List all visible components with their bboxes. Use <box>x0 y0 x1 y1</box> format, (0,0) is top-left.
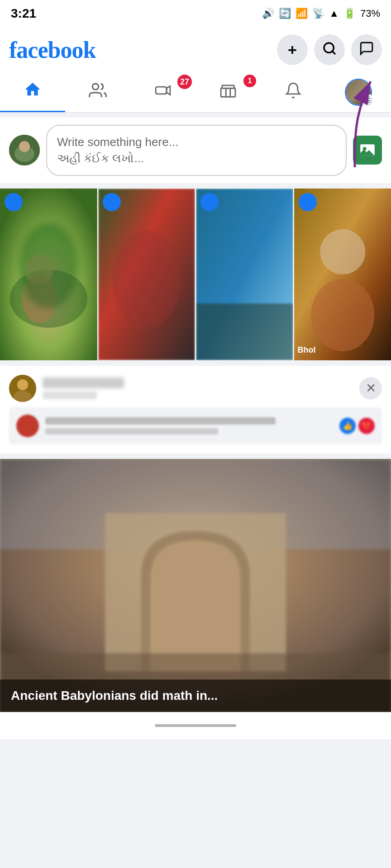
post-input-placeholder: Write something here... અહીં કંઈક લખો... <box>57 134 336 167</box>
like-reaction: 👍 <box>339 418 356 434</box>
post-avatar-img <box>9 135 40 165</box>
story-bg-4 <box>294 189 391 360</box>
svg-point-14 <box>24 255 53 284</box>
home-icon <box>24 80 42 103</box>
home-indicator <box>155 724 236 727</box>
story-bg-1 <box>0 189 97 360</box>
marketplace-badge: 1 <box>243 75 256 87</box>
search-button[interactable] <box>314 34 345 65</box>
stories-grid: Bhol <box>0 189 391 360</box>
post-header: ✕ <box>9 375 382 402</box>
bell-icon <box>285 82 302 103</box>
svg-point-17 <box>113 231 181 327</box>
add-button[interactable]: + <box>277 34 308 65</box>
post-username <box>43 377 124 388</box>
messenger-button[interactable] <box>351 34 382 65</box>
post-input[interactable]: Write something here... અહીં કંઈક લખો... <box>46 125 347 176</box>
large-post-visual <box>0 459 391 712</box>
large-post-caption-text: Ancient Babylonians did math in... <box>11 689 218 703</box>
video-icon <box>154 82 172 103</box>
friends-icon <box>89 81 107 104</box>
header-actions: + <box>277 34 382 65</box>
content-line-1 <box>45 417 276 425</box>
svg-point-2 <box>92 84 98 90</box>
facebook-logo: facebook <box>9 37 95 63</box>
svg-point-13 <box>10 269 87 328</box>
story-bg-3 <box>196 189 293 360</box>
nav-item-home[interactable] <box>0 72 65 112</box>
story-card-3[interactable] <box>196 189 294 360</box>
sync-icon: 🔄 <box>279 8 291 19</box>
post-reactions: 👍 ❤️ <box>339 418 375 434</box>
network-icon: ▲ <box>329 8 339 19</box>
post-content-blurred: 👍 ❤️ <box>9 407 382 444</box>
story3-avatar <box>200 193 219 211</box>
signal2-icon: 📶 <box>296 8 308 19</box>
header: facebook + <box>0 27 391 72</box>
svg-point-11 <box>363 147 367 151</box>
marketplace-icon <box>219 82 237 103</box>
story-bg-2 <box>98 189 196 360</box>
post-content-icon <box>16 415 39 437</box>
svg-marker-4 <box>167 86 170 94</box>
status-bar: 3:21 🔊 🔄 📶 📡 ▲ 🔋 73% <box>0 0 391 27</box>
battery-text: 73% <box>360 8 380 19</box>
post-photo-button[interactable] <box>353 136 382 165</box>
svg-point-22 <box>311 279 374 351</box>
nav-item-friends[interactable] <box>65 72 130 112</box>
story-card-2[interactable] <box>98 189 196 360</box>
story4-avatar <box>299 193 317 211</box>
home-indicator-bar <box>0 712 391 739</box>
story2-avatar <box>103 193 121 211</box>
status-time: 3:21 <box>11 6 36 21</box>
svg-point-9 <box>19 141 30 152</box>
svg-rect-5 <box>221 88 235 97</box>
svg-rect-12 <box>0 189 97 360</box>
add-icon: + <box>288 41 297 59</box>
messenger-icon <box>359 41 374 59</box>
svg-rect-19 <box>196 303 293 360</box>
story4-label: Bhol <box>294 344 391 357</box>
post-content-lines <box>45 417 333 434</box>
video-badge: 27 <box>177 75 192 89</box>
search-icon <box>322 41 337 59</box>
large-post-image: Ancient Babylonians did math in... <box>0 459 391 712</box>
nav-item-notifications[interactable] <box>261 72 326 112</box>
svg-rect-3 <box>156 87 167 94</box>
menu-badge: ☰ <box>361 94 374 107</box>
signal-icon: 🔊 <box>262 8 274 19</box>
post-meta <box>43 391 97 399</box>
post-user-avatar <box>9 135 40 165</box>
wifi-icon: 📡 <box>312 8 324 19</box>
large-post-caption: Ancient Babylonians did math in... <box>0 679 391 712</box>
nav-item-video[interactable]: 27 <box>130 72 196 112</box>
svg-point-21 <box>320 229 365 274</box>
battery-icon: 🔋 <box>343 8 356 19</box>
story-card-1[interactable] <box>0 189 98 360</box>
story-card-4[interactable]: Bhol <box>294 189 391 360</box>
post-close-button[interactable]: ✕ <box>359 377 382 400</box>
post-box-section: Write something here... અહીં કંઈક લખો... <box>0 118 391 183</box>
nav-bar: 27 1 <box>0 72 391 113</box>
svg-point-24 <box>17 379 28 390</box>
status-icons: 🔊 🔄 📶 📡 ▲ 🔋 73% <box>262 8 380 19</box>
love-reaction: ❤️ <box>358 418 375 434</box>
post-card: ✕ 👍 ❤️ <box>0 366 391 453</box>
nav-bar-wrapper: 27 1 <box>0 72 391 113</box>
nav-item-profile[interactable]: ☰ <box>326 72 391 112</box>
profile-nav-container: ☰ <box>345 79 372 106</box>
content-line-2 <box>45 428 218 434</box>
close-icon: ✕ <box>366 381 376 396</box>
stories-section: Bhol <box>0 189 391 360</box>
nav-item-marketplace[interactable]: 1 <box>196 72 261 112</box>
svg-point-15 <box>22 274 56 323</box>
post-user-info <box>43 377 353 399</box>
post-author-avatar <box>9 375 36 402</box>
story1-avatar <box>5 193 23 211</box>
svg-line-1 <box>332 51 335 54</box>
